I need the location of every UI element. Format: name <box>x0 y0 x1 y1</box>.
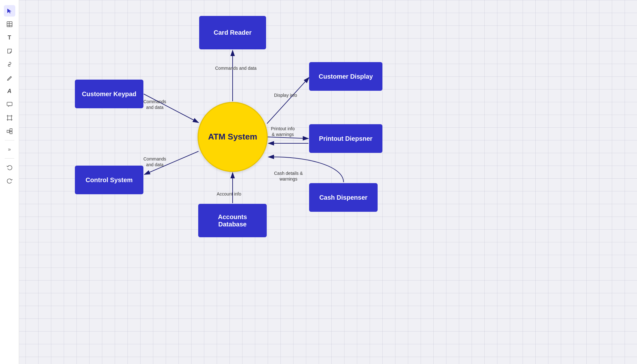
card-reader-label: Card Reader <box>214 29 252 36</box>
atm-system-label: ATM System <box>208 132 257 142</box>
svg-rect-20 <box>10 132 12 134</box>
svg-rect-18 <box>7 130 9 132</box>
cursor-icon[interactable] <box>4 5 15 17</box>
printout-dispenser-label: Printout Diepsner <box>319 135 373 142</box>
sidebar-divider-2 <box>5 158 14 159</box>
sidebar-divider <box>5 140 14 140</box>
accounts-database-node[interactable]: Accounts Database <box>198 204 267 237</box>
more-icon[interactable]: » <box>4 144 15 155</box>
accounts-database-label: Accounts Database <box>204 213 261 228</box>
table-icon[interactable] <box>4 18 15 30</box>
cash-dispenser-label: Cash Dispenser <box>319 194 367 201</box>
control-system-label: Control System <box>86 176 133 184</box>
customer-keypad-label: Customer Keypad <box>82 90 136 98</box>
customer-display-node[interactable]: Customer Display <box>309 62 382 91</box>
edge-label-account-info: Account info <box>217 191 241 197</box>
diagram-canvas[interactable]: ATM System Card Reader Customer Display … <box>19 0 637 364</box>
component-icon[interactable] <box>4 125 15 137</box>
printout-dispenser-node[interactable]: Printout Diepsner <box>309 124 382 153</box>
edge-label-card-reader: Commands and data <box>215 65 257 71</box>
link-icon[interactable] <box>4 59 15 70</box>
edge-label-control-system: Commandsand data <box>143 156 166 168</box>
sticky-note-icon[interactable] <box>4 45 15 57</box>
svg-rect-1 <box>7 22 12 27</box>
svg-rect-9 <box>8 116 11 120</box>
svg-rect-19 <box>10 129 12 131</box>
edge-label-printout-info: Printout info& warnings <box>271 126 295 137</box>
undo-icon[interactable] <box>4 162 15 173</box>
edge-label-display-info: Display info <box>274 92 297 98</box>
edge-label-cash-details: Cash details &warnings <box>274 170 303 182</box>
atm-system-node[interactable]: ATM System <box>198 102 268 172</box>
svg-marker-0 <box>7 9 11 13</box>
customer-display-label: Customer Display <box>319 73 373 80</box>
pen-icon[interactable] <box>4 72 15 83</box>
text-icon[interactable]: T <box>4 32 15 43</box>
edge-label-customer-keypad: Commandsand data <box>143 99 166 110</box>
svg-line-26 <box>267 77 309 124</box>
card-reader-node[interactable]: Card Reader <box>199 16 266 49</box>
sidebar: T A <box>0 0 19 364</box>
cash-dispenser-node[interactable]: Cash Dispenser <box>309 183 378 212</box>
frame-icon[interactable] <box>4 112 15 124</box>
svg-rect-8 <box>7 102 12 106</box>
comment-icon[interactable] <box>4 99 15 110</box>
control-system-node[interactable]: Control System <box>75 166 143 194</box>
font-icon[interactable]: A <box>4 85 15 97</box>
redo-icon[interactable] <box>4 175 15 187</box>
customer-keypad-node[interactable]: Customer Keypad <box>75 80 143 108</box>
